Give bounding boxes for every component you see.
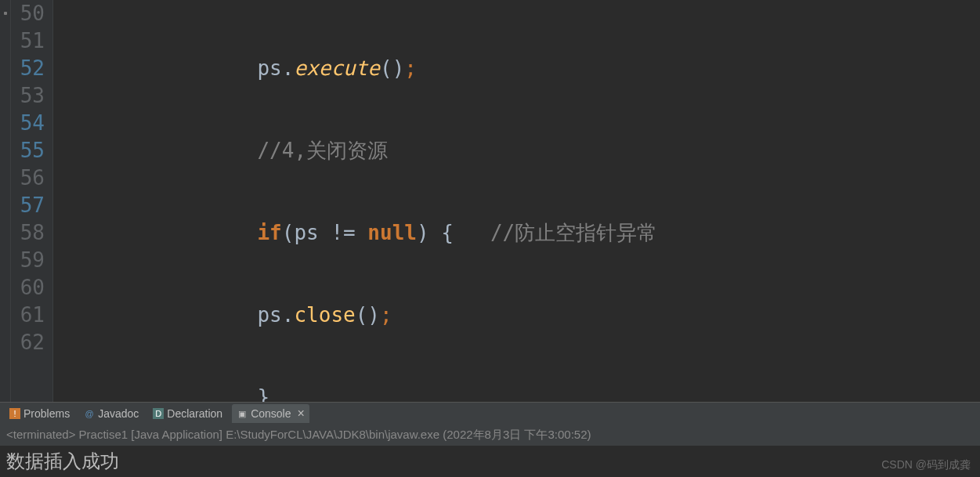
problems-icon: ! xyxy=(9,408,20,419)
code-line: } xyxy=(61,384,980,402)
code-line: if(ps != null) { //防止空指针异常 xyxy=(61,219,980,247)
tab-label: Javadoc xyxy=(98,407,139,420)
line-number: 60 xyxy=(16,274,45,302)
console-icon: ▣ xyxy=(237,408,248,419)
line-number: 55 xyxy=(16,137,45,164)
line-number: 62 xyxy=(16,329,45,356)
code-line: ps.execute(); xyxy=(61,55,980,82)
left-margin xyxy=(0,0,11,402)
tab-label: Console xyxy=(251,407,291,420)
line-number: 58 xyxy=(16,219,45,247)
code-editor[interactable]: ps.execute(); //4,关闭资源 if(ps != null) { … xyxy=(53,0,980,402)
watermark: CSDN @码到成龚 xyxy=(881,458,971,472)
panel-tabs: ! Problems @ Javadoc D Declaration ▣ Con… xyxy=(0,403,980,425)
declaration-icon: D xyxy=(153,408,164,419)
tab-problems[interactable]: ! Problems xyxy=(5,405,74,422)
tab-javadoc[interactable]: @ Javadoc xyxy=(79,405,143,422)
line-number: 56 xyxy=(16,164,45,192)
console-status: <terminated> Practise1 [Java Application… xyxy=(0,425,980,446)
tab-label: Problems xyxy=(24,407,70,420)
console-output[interactable]: 数据插入成功 xyxy=(0,446,980,477)
close-icon[interactable]: × xyxy=(298,407,305,421)
line-number: 59 xyxy=(16,247,45,274)
code-line: ps.close(); xyxy=(61,302,980,329)
line-number: 50 xyxy=(16,0,45,27)
javadoc-icon: @ xyxy=(84,408,95,419)
line-number: 51 xyxy=(16,27,45,55)
line-number: 54 xyxy=(16,110,45,137)
line-number: 57 xyxy=(16,192,45,219)
line-number: 52 xyxy=(16,55,45,82)
line-number: 53 xyxy=(16,82,45,110)
margin-marker xyxy=(4,12,7,15)
bottom-panel: ! Problems @ Javadoc D Declaration ▣ Con… xyxy=(0,402,980,477)
tab-console[interactable]: ▣ Console × xyxy=(232,404,309,423)
line-number-gutter: 50 51 52 53 54 55 56 57 58 59 60 61 62 xyxy=(11,0,53,402)
tab-label: Declaration xyxy=(167,407,222,420)
editor-area: 50 51 52 53 54 55 56 57 58 59 60 61 62 p… xyxy=(0,0,980,402)
tab-declaration[interactable]: D Declaration xyxy=(148,405,227,422)
line-number: 61 xyxy=(16,302,45,329)
code-line: //4,关闭资源 xyxy=(61,137,980,164)
